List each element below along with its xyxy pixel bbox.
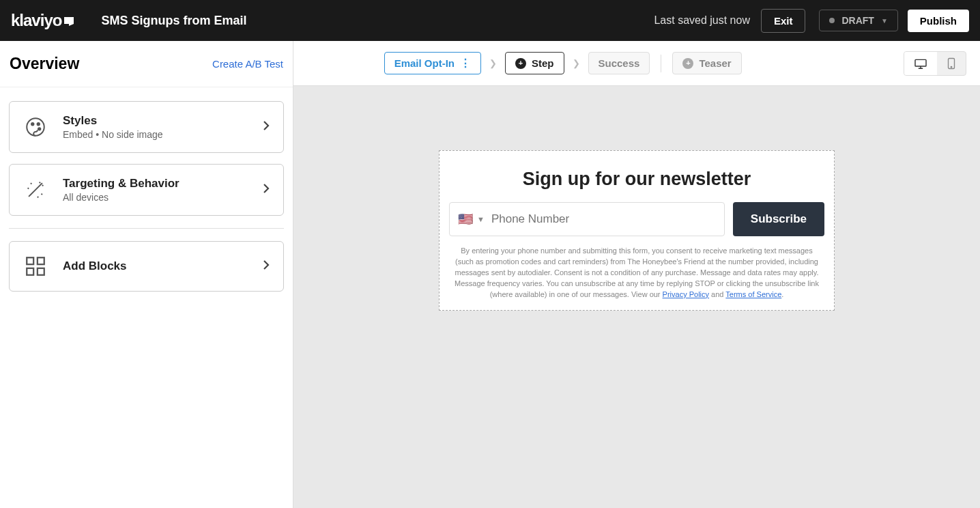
sidebar-body: Styles Embed • No side image Targeting &…: [0, 87, 293, 316]
status-dropdown[interactable]: DRAFT ▼: [819, 10, 897, 31]
step-label: Email Opt-In: [394, 57, 455, 69]
form-row: 🇺🇸 ▼ Subscribe: [448, 202, 826, 236]
add-blocks-card[interactable]: Add Blocks: [9, 241, 284, 292]
canvas: Email Opt-In ⋮ ❯ + Step ❯ Success + Teas…: [293, 41, 980, 508]
disclaimer-text: By entering your phone number and submit…: [448, 246, 826, 300]
plus-icon: +: [682, 58, 693, 69]
logo-text: klaviyo: [11, 11, 61, 30]
step-email-opt-in[interactable]: Email Opt-In ⋮: [384, 52, 481, 74]
svg-rect-6: [27, 268, 33, 275]
svg-rect-4: [27, 257, 33, 264]
svg-point-0: [27, 118, 44, 136]
card-subtitle: All devices: [63, 192, 248, 203]
svg-rect-5: [38, 257, 44, 264]
status-dot-icon: [829, 18, 835, 23]
steps-center: Email Opt-In ⋮ ❯ + Step ❯ Success + Teas…: [384, 52, 742, 74]
styles-card[interactable]: Styles Embed • No side image: [9, 101, 284, 153]
mobile-view-button[interactable]: [937, 52, 966, 75]
svg-rect-7: [38, 268, 44, 275]
svg-rect-8: [915, 59, 926, 66]
create-ab-test-link[interactable]: Create A/B Test: [212, 58, 283, 70]
form-headline: Sign up for our newsletter: [448, 169, 826, 190]
svg-point-3: [38, 128, 40, 130]
chevron-right-icon: [263, 183, 270, 197]
chevron-right-icon: [263, 259, 270, 273]
main-area: Overview Create A/B Test Styles Embed • …: [0, 41, 980, 508]
status-label: DRAFT: [841, 15, 874, 26]
separator: [661, 55, 661, 72]
country-flag-icon: 🇺🇸: [458, 212, 473, 227]
svg-point-1: [31, 123, 33, 125]
targeting-card[interactable]: Targeting & Behavior All devices: [9, 164, 284, 216]
chevron-right-icon: ❯: [573, 58, 580, 68]
sidebar: Overview Create A/B Test Styles Embed • …: [0, 41, 293, 508]
subscribe-button[interactable]: Subscribe: [733, 202, 824, 236]
logo-flag-icon: [64, 17, 74, 24]
chevron-right-icon: [263, 120, 270, 134]
phone-number-input[interactable]: [491, 212, 716, 226]
svg-point-2: [38, 123, 40, 125]
device-toggle: [904, 51, 966, 76]
preview-area: Sign up for our newsletter 🇺🇸 ▼ Subscrib…: [293, 86, 980, 311]
card-title: Styles: [63, 114, 248, 128]
steps-bar: Email Opt-In ⋮ ❯ + Step ❯ Success + Teas…: [293, 41, 980, 86]
caret-down-icon: ▼: [881, 17, 888, 25]
terms-link[interactable]: Terms of Service: [725, 290, 781, 298]
card-text: Targeting & Behavior All devices: [63, 177, 248, 203]
desktop-view-button[interactable]: [904, 52, 937, 75]
palette-icon: [23, 115, 48, 139]
and-text: and: [709, 290, 725, 298]
card-text: Styles Embed • No side image: [63, 114, 248, 140]
app-header: klaviyo SMS Signups from Email Last save…: [0, 0, 980, 41]
step-label: Success: [599, 57, 640, 69]
kebab-icon[interactable]: ⋮: [460, 58, 471, 69]
signup-form[interactable]: Sign up for our newsletter 🇺🇸 ▼ Subscrib…: [439, 150, 835, 311]
exit-button[interactable]: Exit: [761, 9, 806, 33]
phone-input-wrapper[interactable]: 🇺🇸 ▼: [449, 202, 725, 236]
blocks-icon: [23, 254, 48, 279]
card-title: Add Blocks: [63, 259, 248, 273]
wand-icon: [23, 178, 48, 202]
period: .: [781, 290, 783, 298]
svg-point-10: [951, 66, 952, 68]
step-success[interactable]: Success: [588, 52, 650, 74]
publish-button[interactable]: Publish: [908, 10, 969, 32]
page-title: SMS Signups from Email: [101, 14, 654, 28]
sidebar-header: Overview Create A/B Test: [0, 41, 293, 87]
last-saved-text: Last saved just now: [654, 14, 750, 27]
add-teaser-button[interactable]: + Teaser: [672, 52, 741, 74]
logo: klaviyo: [11, 11, 74, 30]
add-step-button[interactable]: + Step: [505, 52, 564, 74]
step-label: Step: [532, 57, 554, 69]
plus-icon: +: [515, 58, 526, 69]
overview-title: Overview: [10, 55, 79, 73]
step-label: Teaser: [699, 57, 731, 69]
chevron-right-icon: ❯: [489, 58, 497, 68]
country-dropdown-icon[interactable]: ▼: [477, 215, 485, 223]
card-text: Add Blocks: [63, 259, 248, 273]
privacy-policy-link[interactable]: Privacy Policy: [663, 290, 709, 298]
divider: [9, 228, 284, 229]
card-subtitle: Embed • No side image: [63, 129, 248, 140]
card-title: Targeting & Behavior: [63, 177, 248, 190]
